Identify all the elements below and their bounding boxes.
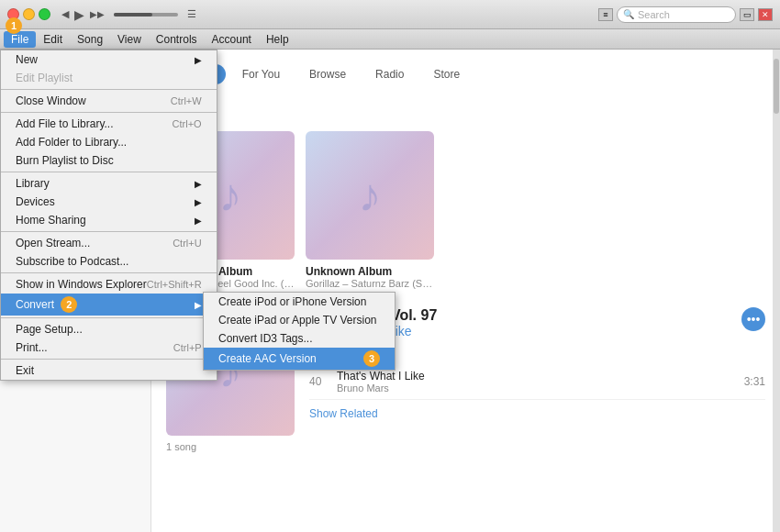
tab-radio[interactable]: Radio (362, 64, 417, 84)
submenu-create-aac[interactable]: Create AAC Version 3 (204, 348, 395, 370)
menu-song[interactable]: Song (70, 31, 110, 48)
song-artist: Bruno Mars (337, 382, 744, 393)
prev-button[interactable]: ◀ (61, 8, 69, 20)
submenu-create-ipod[interactable]: Create iPod or iPhone Version (204, 293, 395, 311)
song-info: That's What I Like Bruno Mars (337, 370, 744, 393)
separator-1 (1, 89, 217, 90)
show-related[interactable]: Show Related (309, 407, 765, 420)
menu-item-convert[interactable]: Convert 2 ▶ (1, 294, 217, 316)
section-title: Month (166, 99, 765, 118)
main-content: Library For You Browse Radio Store Month… (151, 50, 780, 532)
menu-item-page-setup[interactable]: Page Setup... (1, 320, 217, 338)
separator-6 (1, 317, 217, 318)
menu-item-devices[interactable]: Devices▶ (1, 193, 217, 211)
scroll-thumb[interactable] (774, 59, 779, 114)
albums-grid: ♪ Unknown Album Gorillaz – Feel Good Inc… (166, 131, 765, 289)
menu-item-open-stream[interactable]: Open Stream...Ctrl+U (1, 234, 217, 252)
menu-item-new[interactable]: New▶ (1, 50, 217, 69)
next-button[interactable]: ▶▶ (90, 9, 105, 19)
badge-1-container: 1 (6, 17, 22, 34)
menu-controls[interactable]: Controls (149, 31, 205, 48)
separator-5 (1, 272, 217, 273)
song-number: 40 (309, 375, 337, 388)
album-card-2: ♪ Unknown Album Gorillaz – Saturnz Barz … (306, 131, 434, 289)
menu-help[interactable]: Help (259, 31, 296, 48)
nav-tabs: Library For You Browse Radio Store (166, 64, 765, 84)
menu-item-home-sharing[interactable]: Home Sharing▶ (1, 211, 217, 229)
win-restore-button[interactable]: ▭ (740, 8, 754, 21)
separator-4 (1, 231, 217, 232)
song-name: That's What I Like (337, 370, 744, 382)
playback-controls: ◀ ▶ ▶▶ (61, 7, 105, 22)
menu-item-subscribe-podcast[interactable]: Subscribe to Podcast... (1, 252, 217, 271)
play-button[interactable]: ▶ (74, 7, 84, 22)
separator-7 (1, 359, 217, 360)
scrollbar[interactable] (773, 50, 780, 532)
song-duration: 3:31 (744, 375, 765, 388)
menu-edit[interactable]: Edit (36, 31, 70, 48)
menu-item-burn-playlist[interactable]: Burn Playlist to Disc (1, 151, 217, 170)
featured-song-count: 1 song (166, 441, 295, 452)
tab-browse[interactable]: Browse (296, 64, 359, 84)
search-placeholder: Search (638, 9, 670, 20)
menu-bar: File Edit Song View Controls Account Hel… (0, 29, 780, 50)
menu-item-library[interactable]: Library▶ (1, 174, 217, 193)
file-menu-dropdown: New▶ Edit Playlist Close WindowCtrl+W Ad… (0, 50, 217, 381)
album-title-2: Unknown Album (306, 265, 434, 278)
submenu-convert-id3[interactable]: Convert ID3 Tags... (204, 329, 395, 348)
win-menu-button[interactable]: ≡ (598, 8, 613, 21)
menu-item-print[interactable]: Print...Ctrl+P (1, 338, 217, 357)
menu-item-add-folder[interactable]: Add Folder to Library... (1, 133, 217, 151)
search-icon: 🔍 (623, 9, 634, 19)
separator-3 (1, 172, 217, 172)
separator-2 (1, 112, 217, 113)
submenu-create-ipad[interactable]: Create iPad or Apple TV Version (204, 311, 395, 329)
volume-slider[interactable] (114, 13, 178, 17)
menu-view[interactable]: View (110, 31, 149, 48)
menu-item-exit[interactable]: Exit (1, 361, 217, 380)
shuffle-button[interactable]: ☰ (187, 8, 196, 20)
more-button[interactable]: ••• (741, 307, 765, 331)
menu-item-close-window[interactable]: Close WindowCtrl+W (1, 92, 217, 110)
convert-container: Convert 2 ▶ Create iPod or iPhone Versio… (1, 294, 217, 316)
tab-for-you[interactable]: For You (229, 64, 293, 84)
badge-3: 3 (363, 350, 380, 367)
menu-account[interactable]: Account (205, 31, 259, 48)
menu-item-edit-playlist: Edit Playlist (1, 69, 217, 87)
menu-item-add-file[interactable]: Add File to Library...Ctrl+O (1, 115, 217, 133)
badge-1: 1 (6, 17, 22, 34)
tab-store[interactable]: Store (420, 64, 473, 84)
album-subtitle-2: Gorillaz – Saturnz Barz (Spirit H... (306, 278, 434, 289)
minimize-button[interactable] (23, 8, 35, 20)
menu-item-show-windows-explorer[interactable]: Show in Windows ExplorerCtrl+Shift+R (1, 275, 217, 294)
maximize-button[interactable] (39, 8, 50, 20)
convert-submenu: Create iPod or iPhone Version Create iPa… (203, 292, 396, 371)
win-close-button[interactable]: ✕ (758, 8, 773, 21)
title-bar: ◀ ▶ ▶▶ ☰ ≡ 🔍 Search ▭ ✕ (0, 0, 780, 29)
album-art-2: ♪ (306, 131, 434, 260)
search-box[interactable]: 🔍 Search (617, 6, 736, 23)
file-menu-panel: New▶ Edit Playlist Close WindowCtrl+W Ad… (0, 50, 217, 381)
badge-2: 2 (61, 296, 77, 313)
